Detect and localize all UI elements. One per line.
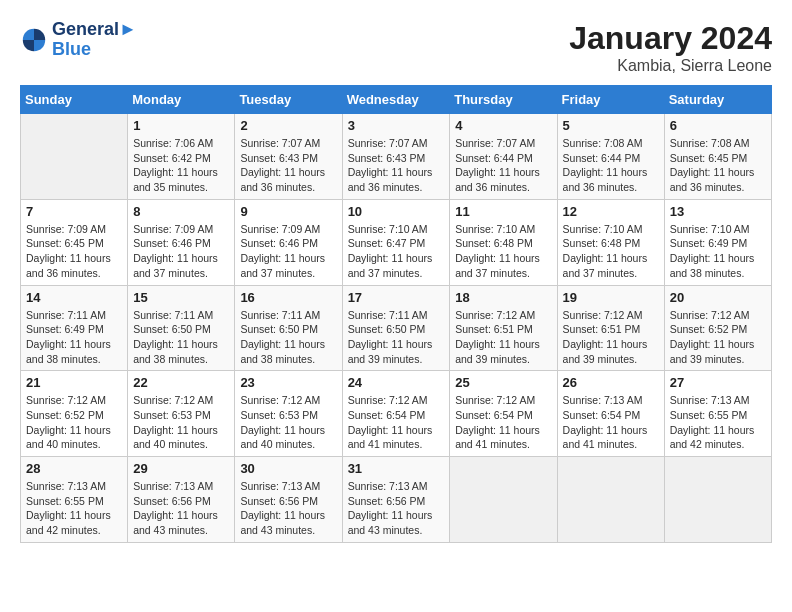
day-info: Sunrise: 7:07 AMSunset: 6:43 PMDaylight:… — [348, 136, 445, 195]
day-info: Sunrise: 7:08 AMSunset: 6:44 PMDaylight:… — [563, 136, 659, 195]
day-number: 11 — [455, 204, 551, 219]
day-info: Sunrise: 7:10 AMSunset: 6:47 PMDaylight:… — [348, 222, 445, 281]
day-number: 13 — [670, 204, 766, 219]
calendar-cell: 2Sunrise: 7:07 AMSunset: 6:43 PMDaylight… — [235, 114, 342, 200]
day-number: 20 — [670, 290, 766, 305]
logo: General► Blue — [20, 20, 137, 60]
day-number: 17 — [348, 290, 445, 305]
day-info: Sunrise: 7:07 AMSunset: 6:44 PMDaylight:… — [455, 136, 551, 195]
calendar-cell: 8Sunrise: 7:09 AMSunset: 6:46 PMDaylight… — [128, 199, 235, 285]
day-number: 5 — [563, 118, 659, 133]
calendar-cell: 14Sunrise: 7:11 AMSunset: 6:49 PMDayligh… — [21, 285, 128, 371]
calendar-cell: 4Sunrise: 7:07 AMSunset: 6:44 PMDaylight… — [450, 114, 557, 200]
day-info: Sunrise: 7:12 AMSunset: 6:54 PMDaylight:… — [455, 393, 551, 452]
month-title: January 2024 — [569, 20, 772, 57]
day-info: Sunrise: 7:12 AMSunset: 6:52 PMDaylight:… — [26, 393, 122, 452]
day-info: Sunrise: 7:10 AMSunset: 6:48 PMDaylight:… — [455, 222, 551, 281]
column-header-friday: Friday — [557, 86, 664, 114]
day-number: 16 — [240, 290, 336, 305]
column-header-monday: Monday — [128, 86, 235, 114]
title-block: January 2024 Kambia, Sierra Leone — [569, 20, 772, 75]
calendar-week-row: 1Sunrise: 7:06 AMSunset: 6:42 PMDaylight… — [21, 114, 772, 200]
calendar-cell — [664, 457, 771, 543]
day-info: Sunrise: 7:13 AMSunset: 6:56 PMDaylight:… — [348, 479, 445, 538]
logo-icon — [20, 26, 48, 54]
day-info: Sunrise: 7:13 AMSunset: 6:56 PMDaylight:… — [240, 479, 336, 538]
day-info: Sunrise: 7:11 AMSunset: 6:50 PMDaylight:… — [240, 308, 336, 367]
day-number: 19 — [563, 290, 659, 305]
day-info: Sunrise: 7:13 AMSunset: 6:56 PMDaylight:… — [133, 479, 229, 538]
day-info: Sunrise: 7:12 AMSunset: 6:54 PMDaylight:… — [348, 393, 445, 452]
calendar-cell: 23Sunrise: 7:12 AMSunset: 6:53 PMDayligh… — [235, 371, 342, 457]
day-info: Sunrise: 7:13 AMSunset: 6:54 PMDaylight:… — [563, 393, 659, 452]
day-info: Sunrise: 7:13 AMSunset: 6:55 PMDaylight:… — [670, 393, 766, 452]
day-number: 31 — [348, 461, 445, 476]
day-info: Sunrise: 7:12 AMSunset: 6:51 PMDaylight:… — [455, 308, 551, 367]
calendar-cell: 21Sunrise: 7:12 AMSunset: 6:52 PMDayligh… — [21, 371, 128, 457]
calendar-cell: 17Sunrise: 7:11 AMSunset: 6:50 PMDayligh… — [342, 285, 450, 371]
calendar-week-row: 28Sunrise: 7:13 AMSunset: 6:55 PMDayligh… — [21, 457, 772, 543]
day-number: 15 — [133, 290, 229, 305]
day-number: 21 — [26, 375, 122, 390]
day-info: Sunrise: 7:13 AMSunset: 6:55 PMDaylight:… — [26, 479, 122, 538]
calendar-cell: 6Sunrise: 7:08 AMSunset: 6:45 PMDaylight… — [664, 114, 771, 200]
calendar-cell: 22Sunrise: 7:12 AMSunset: 6:53 PMDayligh… — [128, 371, 235, 457]
day-info: Sunrise: 7:12 AMSunset: 6:51 PMDaylight:… — [563, 308, 659, 367]
calendar-cell: 10Sunrise: 7:10 AMSunset: 6:47 PMDayligh… — [342, 199, 450, 285]
day-info: Sunrise: 7:10 AMSunset: 6:48 PMDaylight:… — [563, 222, 659, 281]
day-info: Sunrise: 7:09 AMSunset: 6:46 PMDaylight:… — [240, 222, 336, 281]
day-number: 10 — [348, 204, 445, 219]
day-info: Sunrise: 7:09 AMSunset: 6:45 PMDaylight:… — [26, 222, 122, 281]
day-number: 9 — [240, 204, 336, 219]
day-info: Sunrise: 7:11 AMSunset: 6:49 PMDaylight:… — [26, 308, 122, 367]
day-number: 1 — [133, 118, 229, 133]
logo-text: General► Blue — [52, 20, 137, 60]
day-info: Sunrise: 7:12 AMSunset: 6:53 PMDaylight:… — [240, 393, 336, 452]
day-info: Sunrise: 7:08 AMSunset: 6:45 PMDaylight:… — [670, 136, 766, 195]
day-info: Sunrise: 7:12 AMSunset: 6:52 PMDaylight:… — [670, 308, 766, 367]
day-number: 4 — [455, 118, 551, 133]
day-number: 7 — [26, 204, 122, 219]
calendar-cell — [557, 457, 664, 543]
calendar-cell: 15Sunrise: 7:11 AMSunset: 6:50 PMDayligh… — [128, 285, 235, 371]
calendar-cell: 20Sunrise: 7:12 AMSunset: 6:52 PMDayligh… — [664, 285, 771, 371]
day-info: Sunrise: 7:07 AMSunset: 6:43 PMDaylight:… — [240, 136, 336, 195]
column-header-saturday: Saturday — [664, 86, 771, 114]
day-number: 23 — [240, 375, 336, 390]
calendar-cell: 16Sunrise: 7:11 AMSunset: 6:50 PMDayligh… — [235, 285, 342, 371]
calendar-cell: 28Sunrise: 7:13 AMSunset: 6:55 PMDayligh… — [21, 457, 128, 543]
column-header-sunday: Sunday — [21, 86, 128, 114]
calendar-cell: 29Sunrise: 7:13 AMSunset: 6:56 PMDayligh… — [128, 457, 235, 543]
calendar-cell: 26Sunrise: 7:13 AMSunset: 6:54 PMDayligh… — [557, 371, 664, 457]
calendar-cell: 7Sunrise: 7:09 AMSunset: 6:45 PMDaylight… — [21, 199, 128, 285]
day-info: Sunrise: 7:12 AMSunset: 6:53 PMDaylight:… — [133, 393, 229, 452]
calendar-cell: 11Sunrise: 7:10 AMSunset: 6:48 PMDayligh… — [450, 199, 557, 285]
day-number: 22 — [133, 375, 229, 390]
location: Kambia, Sierra Leone — [569, 57, 772, 75]
calendar-cell: 19Sunrise: 7:12 AMSunset: 6:51 PMDayligh… — [557, 285, 664, 371]
day-number: 25 — [455, 375, 551, 390]
day-number: 6 — [670, 118, 766, 133]
calendar-cell: 13Sunrise: 7:10 AMSunset: 6:49 PMDayligh… — [664, 199, 771, 285]
day-info: Sunrise: 7:09 AMSunset: 6:46 PMDaylight:… — [133, 222, 229, 281]
calendar-cell: 18Sunrise: 7:12 AMSunset: 6:51 PMDayligh… — [450, 285, 557, 371]
calendar-cell: 3Sunrise: 7:07 AMSunset: 6:43 PMDaylight… — [342, 114, 450, 200]
column-header-wednesday: Wednesday — [342, 86, 450, 114]
day-info: Sunrise: 7:11 AMSunset: 6:50 PMDaylight:… — [133, 308, 229, 367]
day-info: Sunrise: 7:10 AMSunset: 6:49 PMDaylight:… — [670, 222, 766, 281]
calendar-cell: 27Sunrise: 7:13 AMSunset: 6:55 PMDayligh… — [664, 371, 771, 457]
calendar-table: SundayMondayTuesdayWednesdayThursdayFrid… — [20, 85, 772, 543]
day-number: 18 — [455, 290, 551, 305]
day-number: 30 — [240, 461, 336, 476]
day-number: 2 — [240, 118, 336, 133]
calendar-cell: 31Sunrise: 7:13 AMSunset: 6:56 PMDayligh… — [342, 457, 450, 543]
calendar-cell: 24Sunrise: 7:12 AMSunset: 6:54 PMDayligh… — [342, 371, 450, 457]
calendar-cell: 12Sunrise: 7:10 AMSunset: 6:48 PMDayligh… — [557, 199, 664, 285]
calendar-week-row: 14Sunrise: 7:11 AMSunset: 6:49 PMDayligh… — [21, 285, 772, 371]
column-header-thursday: Thursday — [450, 86, 557, 114]
calendar-cell — [21, 114, 128, 200]
calendar-cell: 30Sunrise: 7:13 AMSunset: 6:56 PMDayligh… — [235, 457, 342, 543]
day-number: 28 — [26, 461, 122, 476]
calendar-cell: 1Sunrise: 7:06 AMSunset: 6:42 PMDaylight… — [128, 114, 235, 200]
day-number: 14 — [26, 290, 122, 305]
